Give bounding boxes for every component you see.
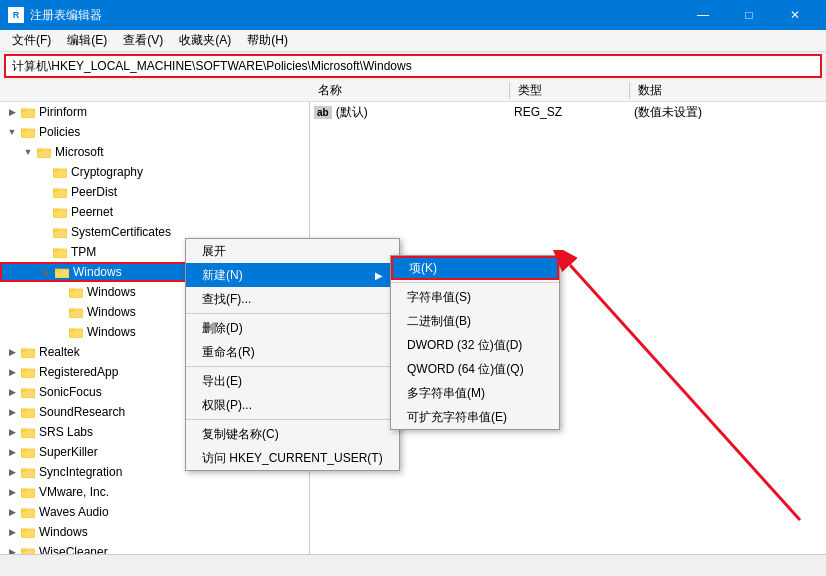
window-title: 注册表编辑器 [30,7,102,24]
title-bar: R 注册表编辑器 — □ ✕ [0,0,826,30]
ctx-rename[interactable]: 重命名(R) [186,340,399,364]
folder-icon [68,285,84,299]
folder-icon [36,145,52,159]
tree-item-policies[interactable]: ▼ Policies [0,122,309,142]
tree-label: Microsoft [55,145,104,159]
tree-item-vmware[interactable]: ▶ VMware, Inc. [0,482,309,502]
folder-icon [54,265,70,279]
tree-label: Realtek [39,345,80,359]
folder-icon [20,425,36,439]
tree-item-peernet[interactable]: ▶ Peernet [0,202,309,222]
submenu-arrow: ▶ [375,270,383,281]
minimize-button[interactable]: — [680,0,726,30]
svg-rect-15 [53,249,58,251]
svg-rect-23 [69,329,74,331]
menu-favorites[interactable]: 收藏夹(A) [171,30,239,51]
tree-label: PeerDist [71,185,117,199]
right-col-name: ab (默认) [314,104,514,121]
ctx-sep2 [186,366,399,367]
folder-icon [20,345,36,359]
tree-item-waves-audio[interactable]: ▶ Waves Audio [0,502,309,522]
menu-file[interactable]: 文件(F) [4,30,59,51]
sub-item-multi-string[interactable]: 多字符串值(M) [391,381,559,405]
tree-label: SonicFocus [39,385,102,399]
tree-item-windows-bottom[interactable]: ▶ Windows [0,522,309,542]
folder-icon [20,445,36,459]
tree-label: SystemCertificates [71,225,171,239]
maximize-button[interactable]: □ [726,0,772,30]
tree-item-peerdist[interactable]: ▶ PeerDist [0,182,309,202]
ctx-new[interactable]: 新建(N) ▶ [186,263,399,287]
folder-icon [52,185,68,199]
expander-icon: ▶ [4,544,20,554]
svg-rect-37 [21,469,26,471]
right-row-default[interactable]: ab (默认) REG_SZ (数值未设置) [310,102,826,122]
folder-icon [20,485,36,499]
svg-rect-9 [53,189,58,191]
app-icon: R [8,7,24,23]
svg-rect-5 [37,149,42,151]
svg-rect-21 [69,309,74,311]
menu-help[interactable]: 帮助(H) [239,30,296,51]
svg-rect-29 [21,389,26,391]
tree-label: VMware, Inc. [39,485,109,499]
svg-rect-33 [21,429,26,431]
tree-label: Policies [39,125,80,139]
ctx-access-user[interactable]: 访问 HKEY_CURRENT_USER(T) [186,446,399,470]
tree-item-wisecleaner[interactable]: ▶ WiseCleaner [0,542,309,554]
sub-item-string[interactable]: 字符串值(S) [391,285,559,309]
col-header-type: 类型 [510,82,630,99]
value-icon: ab [314,106,332,119]
ctx-copy-name[interactable]: 复制键名称(C) [186,422,399,446]
expander-icon: ▶ [4,404,20,420]
ctx-delete[interactable]: 删除(D) [186,316,399,340]
ctx-permissions[interactable]: 权限(P)... [186,393,399,417]
sub-sep [391,282,559,283]
scroll-area[interactable] [0,554,826,576]
svg-rect-17 [55,269,60,271]
expander-icon: ▶ [4,344,20,360]
expander-icon: ▶ [4,484,20,500]
folder-icon [20,525,36,539]
sub-item-key[interactable]: 项(K) [391,256,559,280]
ctx-export[interactable]: 导出(E) [186,369,399,393]
folder-icon [20,385,36,399]
sub-item-qword[interactable]: QWORD (64 位)值(Q) [391,357,559,381]
tree-item-pirinform[interactable]: ▶ Pirinform [0,102,309,122]
folder-icon [20,105,36,119]
tree-label: SRS Labs [39,425,93,439]
folder-icon [20,365,36,379]
column-headers: 名称 类型 数据 [0,80,826,102]
tree-label: Peernet [71,205,113,219]
tree-label: SoundResearch [39,405,125,419]
ctx-expand[interactable]: 展开 [186,239,399,263]
sub-item-binary[interactable]: 二进制值(B) [391,309,559,333]
folder-icon [52,165,68,179]
svg-rect-45 [21,549,26,551]
tree-label: Windows [73,265,122,279]
tree-label: TPM [71,245,96,259]
svg-rect-25 [21,349,26,351]
tree-label: Waves Audio [39,505,109,519]
close-button[interactable]: ✕ [772,0,818,30]
menu-edit[interactable]: 编辑(E) [59,30,115,51]
tree-item-microsoft[interactable]: ▼ Microsoft [0,142,309,162]
svg-rect-1 [21,109,26,111]
folder-icon [20,545,36,554]
folder-icon [52,245,68,259]
svg-rect-3 [21,129,26,131]
svg-rect-27 [21,369,26,371]
menu-view[interactable]: 查看(V) [115,30,171,51]
tree-label: RegisteredApp [39,365,118,379]
tree-item-cryptography[interactable]: ▶ Cryptography [0,162,309,182]
sub-item-expand-string[interactable]: 可扩充字符串值(E) [391,405,559,429]
tree-label: Pirinform [39,105,87,119]
address-bar[interactable]: 计算机\HKEY_LOCAL_MACHINE\SOFTWARE\Policies… [4,54,822,78]
svg-rect-11 [53,209,58,211]
tree-label: Windows [39,525,88,539]
col-header-data: 数据 [630,82,826,99]
sub-item-dword[interactable]: DWORD (32 位)值(D) [391,333,559,357]
ctx-find[interactable]: 查找(F)... [186,287,399,311]
svg-rect-31 [21,409,26,411]
submenu: 项(K) 字符串值(S) 二进制值(B) DWORD (32 位)值(D) QW… [390,255,560,430]
